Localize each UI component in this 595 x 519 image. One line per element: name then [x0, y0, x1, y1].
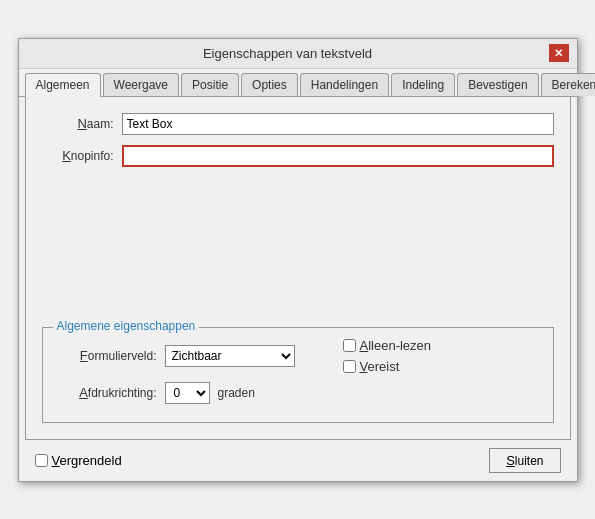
alleen-lezen-label: Alleen-lezen [360, 338, 432, 353]
tab-handelingen[interactable]: Handelingen [300, 73, 389, 96]
close-button[interactable]: ✕ [549, 44, 569, 62]
general-properties-title: Algemene eigenschappen [53, 319, 200, 333]
tab-opties[interactable]: Opties [241, 73, 298, 96]
sluiten-button[interactable]: Sluiten [489, 448, 560, 473]
vergrendeld-row: Vergrendeld [35, 453, 122, 468]
knopinfo-row: Knopinfo: [42, 145, 554, 167]
naam-label: Naam: [42, 116, 122, 131]
tab-berekenen[interactable]: Berekenen [541, 73, 595, 96]
tab-positie[interactable]: Positie [181, 73, 239, 96]
vergrendeld-checkbox[interactable] [35, 454, 48, 467]
checkboxes-group: Alleen-lezen Vereist [343, 338, 432, 374]
dialog-title: Eigenschappen van tekstveld [27, 46, 549, 61]
afdrukrichting-label: Afdrukrichting: [57, 385, 157, 400]
knopinfo-input[interactable] [122, 145, 554, 167]
dialog: Eigenschappen van tekstveld ✕ Algemeen W… [18, 38, 578, 482]
formulierveld-row: Formulierveld: Zichtbaar Verborgen Uitge… [57, 338, 539, 374]
tab-bevestigen[interactable]: Bevestigen [457, 73, 538, 96]
vereist-checkbox[interactable] [343, 360, 356, 373]
dialog-footer: Vergrendeld Sluiten [19, 440, 577, 481]
tab-weergave[interactable]: Weergave [103, 73, 179, 96]
vergrendeld-label: Vergrendeld [52, 453, 122, 468]
tab-indeling[interactable]: Indeling [391, 73, 455, 96]
alleen-lezen-row: Alleen-lezen [343, 338, 432, 353]
vereist-label: Vereist [360, 359, 400, 374]
title-bar: Eigenschappen van tekstveld ✕ [19, 39, 577, 69]
graden-label: graden [218, 386, 255, 400]
knopinfo-label: Knopinfo: [42, 148, 122, 163]
vereist-row: Vereist [343, 359, 432, 374]
formulierveld-label: Formulierveld: [57, 348, 157, 363]
general-properties-group: Algemene eigenschappen Formulierveld: Zi… [42, 327, 554, 423]
afdrukrichting-select[interactable]: 0 90 180 270 [165, 382, 210, 404]
tab-algemeen[interactable]: Algemeen [25, 73, 101, 97]
alleen-lezen-checkbox[interactable] [343, 339, 356, 352]
formulierveld-select[interactable]: Zichtbaar Verborgen Uitgeschakeld [165, 345, 295, 367]
naam-input[interactable] [122, 113, 554, 135]
naam-row: Naam: [42, 113, 554, 135]
tab-bar: Algemeen Weergave Positie Opties Handeli… [19, 69, 577, 97]
afdrukrichting-row: Afdrukrichting: 0 90 180 270 graden [57, 382, 539, 404]
tab-content: Naam: Knopinfo: Algemene eigenschappen F… [25, 97, 571, 440]
